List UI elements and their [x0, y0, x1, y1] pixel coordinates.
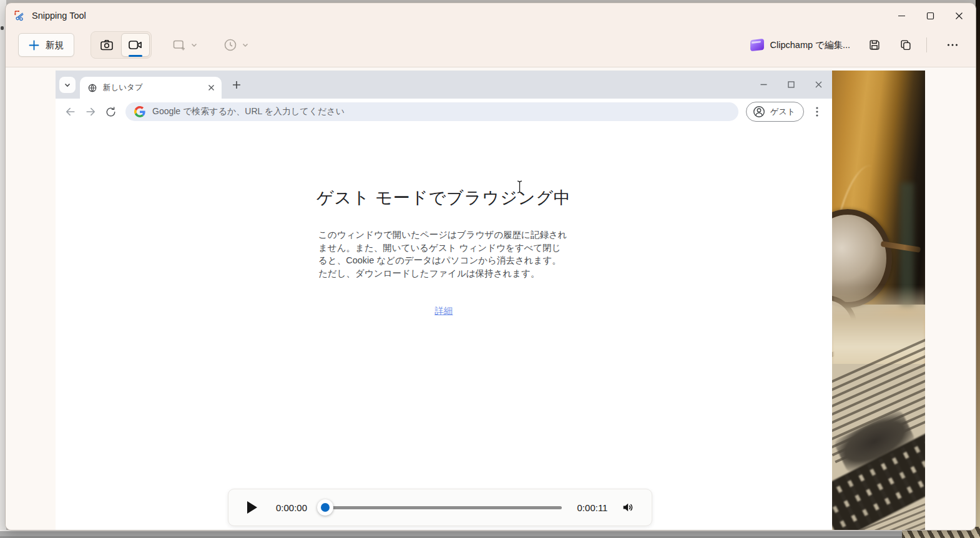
clock-icon	[223, 37, 238, 52]
tab-title: 新しいタブ	[103, 82, 205, 93]
speaker-icon	[621, 501, 635, 514]
toolbar-right-group: Clipchamp で編集...	[745, 34, 964, 56]
seek-track[interactable]	[323, 506, 562, 509]
reload-icon	[105, 106, 117, 118]
snipping-tool-window: Snipping Tool 新規	[5, 2, 976, 531]
guest-mode-page: ゲスト モードでブラウジング中 このウィンドウで開いたページはブラウザの履歴に記…	[56, 125, 832, 530]
active-tab: 新しいタブ	[80, 77, 222, 99]
play-button[interactable]	[247, 501, 257, 514]
reload-button	[100, 102, 120, 122]
forward-button	[81, 102, 100, 122]
save-icon	[868, 38, 881, 52]
minimize-button[interactable]	[887, 4, 916, 27]
chrome-maximize-button	[777, 71, 805, 99]
text-cursor	[516, 180, 524, 194]
wallpaper-photo-strip: WEN	[832, 71, 925, 530]
toolbar-divider	[926, 37, 927, 52]
desktop-artifact	[1, 26, 4, 30]
new-snip-button[interactable]: 新規	[18, 33, 74, 57]
duration: 0:00:11	[573, 502, 612, 513]
photo-mode-button[interactable]	[92, 33, 121, 57]
more-icon	[946, 39, 959, 51]
video-preview[interactable]: 新しいタブ	[56, 71, 925, 530]
new-tab-button	[228, 76, 245, 94]
chrome-tab-bar: 新しいタブ	[56, 71, 832, 99]
back-button	[61, 102, 81, 122]
toolbar: 新規	[6, 28, 976, 67]
plus-icon	[232, 81, 241, 89]
guest-label: ゲスト	[770, 106, 795, 117]
video-player-controls: 0:00:00 0:00:11	[228, 489, 652, 526]
kebab-menu-icon	[816, 107, 818, 117]
guest-avatar-icon	[752, 105, 766, 119]
desktop-edge-bottom	[0, 530, 918, 538]
preview-area: 新しいタブ	[6, 67, 976, 530]
see-more-button[interactable]	[941, 34, 964, 56]
clipchamp-label: Clipchamp で編集...	[770, 39, 850, 51]
volume-button[interactable]	[618, 497, 638, 517]
capture-mode-toggle	[91, 31, 152, 59]
learn-more-link: 詳細	[435, 306, 453, 316]
seek-slider[interactable]	[317, 499, 563, 516]
copy-button[interactable]	[894, 34, 918, 56]
close-icon	[208, 84, 215, 91]
video-camera-icon	[127, 37, 144, 53]
google-logo-icon	[134, 106, 145, 117]
camera-icon	[99, 37, 114, 52]
snipping-tool-app-icon	[13, 9, 26, 22]
arrow-right-icon	[84, 105, 97, 118]
tab-search-chevron-button	[59, 77, 76, 93]
globe-icon	[87, 83, 97, 93]
chrome-menu-button	[808, 103, 826, 120]
guest-mode-description: このウィンドウで開いたページはブラウザの履歴に記録されません。また、開いているゲ…	[318, 228, 569, 280]
guest-mode-heading: ゲスト モードでブラウジング中	[56, 187, 832, 209]
address-placeholder: Google で検索するか、URL を入力してください	[152, 106, 345, 117]
arrow-left-icon	[64, 105, 77, 118]
desktop-wallpaper-right-sliver	[976, 0, 980, 538]
newspapers: WEN	[832, 364, 925, 530]
recorded-chrome-window: 新しいタブ	[56, 71, 832, 530]
chrome-minimize-button	[750, 71, 777, 99]
titlebar: Snipping Tool	[6, 3, 976, 28]
chevron-down-icon	[242, 41, 249, 49]
chrome-toolbar: Google で検索するか、URL を入力してください ゲスト	[56, 99, 832, 125]
snip-shape-dropdown[interactable]	[167, 34, 203, 56]
chrome-close-button	[805, 71, 832, 99]
app-title: Snipping Tool	[32, 11, 86, 21]
new-snip-label: 新規	[46, 39, 64, 51]
plus-icon	[29, 40, 39, 51]
chevron-down-icon	[64, 81, 71, 89]
clipchamp-icon	[750, 39, 764, 51]
save-button[interactable]	[863, 34, 886, 56]
video-mode-button[interactable]	[121, 33, 150, 57]
edit-in-clipchamp-button[interactable]: Clipchamp で編集...	[745, 36, 855, 55]
chevron-down-icon	[190, 41, 198, 49]
address-bar: Google で検索するか、URL を入力してください	[125, 102, 738, 121]
tab-close-button	[205, 82, 217, 94]
guest-profile-badge: ゲスト	[746, 102, 804, 122]
delay-dropdown[interactable]	[218, 34, 254, 56]
copy-icon	[899, 38, 913, 52]
close-button[interactable]	[944, 4, 973, 27]
seek-thumb[interactable]	[317, 499, 333, 516]
current-time: 0:00:00	[272, 502, 311, 513]
rectangle-snip-icon	[172, 37, 187, 52]
maximize-button[interactable]	[916, 4, 944, 27]
